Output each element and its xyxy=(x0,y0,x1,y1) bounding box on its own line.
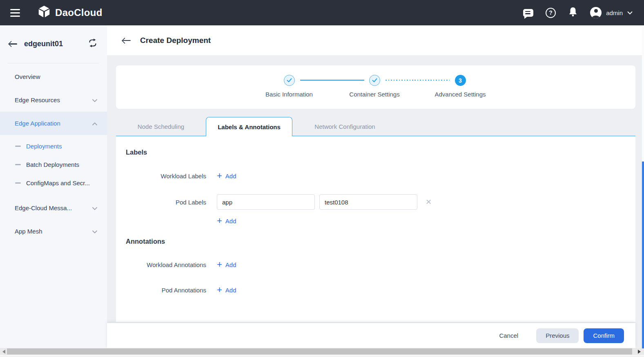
user-menu[interactable]: admin xyxy=(590,7,633,18)
horizontal-scrollbar[interactable] xyxy=(0,348,644,355)
dash-icon xyxy=(15,146,21,147)
tab-network-configuration[interactable]: Network Configuration xyxy=(292,117,397,136)
labels-section-title: Labels xyxy=(126,148,626,156)
scroll-left-arrow[interactable] xyxy=(0,348,7,355)
sidebar-divider xyxy=(7,63,99,63)
wizard-footer: Cancel Previous Confirm xyxy=(107,323,635,348)
sidebar-item-edge-resources[interactable]: Edge Resources xyxy=(0,88,107,112)
dash-icon xyxy=(15,164,21,165)
help-icon[interactable] xyxy=(546,8,556,18)
chevron-up-icon xyxy=(92,120,97,127)
sidebar-header: edgeunit01 xyxy=(0,25,107,57)
pod-label-key-input[interactable] xyxy=(217,194,315,210)
workload-labels-label: Workload Labels xyxy=(126,173,206,180)
plus-icon xyxy=(217,216,222,225)
cancel-button[interactable]: Cancel xyxy=(492,328,526,343)
pod-annotations-label: Pod Annotations xyxy=(126,287,206,294)
chevron-down-icon xyxy=(92,204,97,211)
stepper: Basic Information Container Settings 3 A… xyxy=(116,65,635,109)
workload-annotations-add-button[interactable]: Add xyxy=(217,260,236,269)
sidebar-item-edge-application[interactable]: Edge Application xyxy=(0,112,107,135)
vertical-scrollbar[interactable] xyxy=(642,25,644,348)
sidebar-item-edge-cloud-messaging[interactable]: Edge-Cloud Messa... xyxy=(0,196,107,220)
tab-filler xyxy=(397,117,635,136)
labels-annotations-panel: Labels Workload Labels Add Pod Labels xyxy=(116,136,635,322)
workload-labels-add-button[interactable]: Add xyxy=(217,171,236,180)
chevron-down-icon xyxy=(627,9,633,16)
brand-text: DaoCloud xyxy=(55,7,103,18)
dash-icon xyxy=(15,182,21,184)
tab-node-scheduling[interactable]: Node Scheduling xyxy=(116,117,206,136)
tab-labels-annotations[interactable]: Labels & Annotations xyxy=(206,117,292,136)
pod-label-value-input[interactable] xyxy=(319,194,417,210)
plus-icon xyxy=(217,260,222,269)
step-advanced-settings[interactable]: 3 Advanced Settings xyxy=(413,75,507,98)
pod-labels-add-button[interactable]: Add xyxy=(217,216,236,225)
app-screen: DaoCloud admin xyxy=(0,0,644,357)
confirm-button[interactable]: Confirm xyxy=(584,328,624,343)
plus-icon xyxy=(217,171,222,180)
topbar: DaoCloud admin xyxy=(0,0,644,25)
switch-unit-icon[interactable] xyxy=(88,38,97,49)
previous-button[interactable]: Previous xyxy=(536,328,579,343)
topbar-actions: admin xyxy=(523,7,633,19)
notification-bell-icon[interactable] xyxy=(568,7,578,19)
edge-application-subitems: Deployments Batch Deployments ConfigMaps… xyxy=(0,135,107,196)
sidebar: edgeunit01 Overview Edge Resources xyxy=(0,25,107,348)
step-container-settings[interactable]: Container Settings xyxy=(328,75,421,98)
check-icon xyxy=(284,75,295,86)
workload-annotations-label: Workload Annotations xyxy=(126,261,206,268)
cube-icon xyxy=(37,5,51,20)
chevron-down-icon xyxy=(92,228,97,235)
app-body: edgeunit01 Overview Edge Resources xyxy=(0,25,644,348)
workload-annotations-row: Workload Annotations Add xyxy=(126,260,626,269)
sidebar-back-button[interactable] xyxy=(9,40,18,47)
message-icon[interactable] xyxy=(523,9,533,17)
sidebar-item-app-mesh[interactable]: App Mesh xyxy=(0,220,107,243)
step-basic-information[interactable]: Basic Information xyxy=(242,75,336,98)
pod-annotations-row: Pod Annotations Add xyxy=(126,285,626,294)
main-area: Create Deployment Basic Information xyxy=(107,25,644,348)
step-number: 3 xyxy=(455,75,466,86)
horizontal-scroll-thumb[interactable] xyxy=(7,348,632,355)
pod-labels-label: Pod Labels xyxy=(126,199,206,206)
remove-row-icon[interactable] xyxy=(426,198,432,206)
unit-name: edgeunit01 xyxy=(24,40,88,48)
avatar-icon xyxy=(590,7,602,18)
bottom-strip xyxy=(0,355,644,357)
sidebar-subitem-deployments[interactable]: Deployments xyxy=(0,137,107,155)
page-back-button[interactable] xyxy=(123,37,131,44)
scroll-right-arrow[interactable] xyxy=(636,348,643,355)
tabs: Node Scheduling Labels & Annotations Net… xyxy=(116,117,635,136)
vertical-scroll-thumb[interactable] xyxy=(642,162,644,348)
work-area: Basic Information Container Settings 3 A… xyxy=(107,55,644,322)
username: admin xyxy=(606,9,623,16)
page-title: Create Deployment xyxy=(140,36,211,45)
page-header: Create Deployment xyxy=(107,25,644,55)
pod-labels-row: Pod Labels xyxy=(126,194,626,210)
sidebar-item-overview[interactable]: Overview xyxy=(0,65,107,88)
annotations-section-title: Annotations xyxy=(126,238,626,245)
pod-annotations-add-button[interactable]: Add xyxy=(217,285,236,294)
check-icon xyxy=(369,75,380,86)
plus-icon xyxy=(217,285,222,294)
pod-labels-add-row: Add xyxy=(217,216,626,225)
chevron-down-icon xyxy=(92,97,97,103)
workload-labels-row: Workload Labels Add xyxy=(126,171,626,180)
sidebar-subitem-configmaps-secrets[interactable]: ConfigMaps and Secr... xyxy=(0,174,107,192)
sidebar-subitem-batch-deployments[interactable]: Batch Deployments xyxy=(0,155,107,174)
hamburger-menu-icon[interactable] xyxy=(10,9,20,17)
daocloud-logo[interactable]: DaoCloud xyxy=(37,5,103,20)
